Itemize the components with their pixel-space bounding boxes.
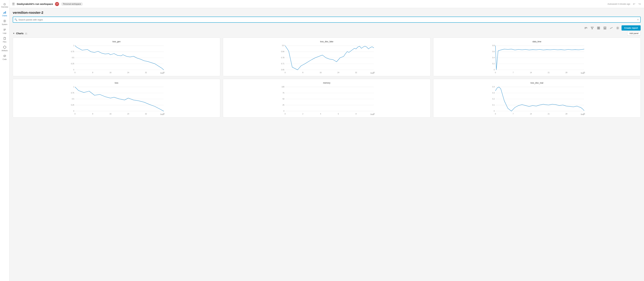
svg-text:0.9: 0.9 bbox=[282, 45, 284, 47]
svg-text:0.25: 0.25 bbox=[71, 104, 74, 106]
autosave-status: Autosaved 4 minutes ago bbox=[608, 3, 630, 5]
svg-text:100: 100 bbox=[282, 86, 284, 88]
svg-text:8: 8 bbox=[356, 113, 357, 115]
header-title: Geekyrakshit's run workspace bbox=[17, 3, 53, 5]
svg-rect-4 bbox=[4, 29, 6, 29]
charts-grid: loss_gen10.750.50.2500816243240Steploss_… bbox=[13, 38, 641, 118]
svg-text:0.78: 0.78 bbox=[281, 57, 284, 59]
svg-text:Step: Step bbox=[580, 72, 584, 74]
chart-title-loss_disc_real: loss_disc_real bbox=[435, 82, 638, 84]
svg-text:0: 0 bbox=[73, 69, 74, 71]
svg-text:0.6: 0.6 bbox=[492, 51, 494, 53]
workspace-label[interactable]: Personal workspace bbox=[61, 2, 83, 6]
svg-text:0.2: 0.2 bbox=[492, 63, 494, 65]
avatar: GR bbox=[55, 2, 59, 6]
search-container: 🔍 ✕ bbox=[13, 17, 641, 23]
svg-rect-19 bbox=[605, 28, 606, 29]
undo-button[interactable]: ↩ bbox=[632, 2, 636, 6]
svg-text:0: 0 bbox=[285, 72, 286, 74]
chart-area-loss_disc_fake[interactable]: 0.90.840.780.710.650816243240Step bbox=[225, 44, 428, 74]
filter-icon[interactable] bbox=[590, 26, 595, 31]
sidebar-label-charts: Charts bbox=[2, 15, 7, 17]
create-report-button[interactable]: Create report bbox=[622, 25, 641, 31]
chart-area-data_time[interactable]: 0.80.60.40.200714212835Step bbox=[435, 44, 638, 74]
svg-text:0.5: 0.5 bbox=[72, 98, 74, 100]
sidebar-label-code: Code bbox=[3, 58, 7, 60]
svg-text:16: 16 bbox=[320, 72, 322, 74]
svg-text:32: 32 bbox=[145, 72, 147, 74]
menu-icon[interactable]: ☰ bbox=[12, 2, 15, 6]
sidebar-label-overview: Overview bbox=[1, 6, 8, 8]
sidebar-item-overview[interactable]: ⊙ Overview bbox=[0, 1, 9, 9]
chart-area-loss_gen[interactable]: 10.750.50.2500816243240Step bbox=[15, 44, 218, 74]
sidebar-item-files[interactable]: Files bbox=[0, 36, 9, 44]
collapse-charts-button[interactable]: ▼ bbox=[13, 32, 15, 35]
svg-text:0: 0 bbox=[74, 72, 76, 74]
sidebar-item-system[interactable]: System bbox=[0, 18, 9, 27]
chart-card-loss_disc_fake: loss_disc_fake0.90.840.780.710.650816243… bbox=[223, 38, 430, 76]
svg-text:0.75: 0.75 bbox=[71, 92, 74, 94]
charts-count: 11 bbox=[25, 32, 27, 35]
svg-point-3 bbox=[4, 21, 5, 22]
svg-text:0.71: 0.71 bbox=[281, 63, 284, 65]
svg-text:0.4: 0.4 bbox=[492, 57, 494, 59]
svg-text:6: 6 bbox=[338, 113, 339, 115]
search-input[interactable] bbox=[13, 17, 641, 23]
svg-rect-5 bbox=[4, 30, 6, 30]
search-clear-icon[interactable]: ✕ bbox=[637, 18, 639, 21]
sidebar-item-charts[interactable]: Charts bbox=[0, 9, 9, 18]
svg-text:Step: Step bbox=[160, 113, 164, 115]
svg-text:1: 1 bbox=[73, 45, 74, 47]
charts-section-header: ▼ Charts 11 Add panel bbox=[13, 31, 641, 36]
svg-text:0: 0 bbox=[495, 72, 496, 74]
layout-icon[interactable] bbox=[602, 26, 608, 31]
svg-text:14: 14 bbox=[530, 113, 532, 115]
run-title: vermilion-rooster-2 bbox=[13, 11, 641, 15]
svg-text:32: 32 bbox=[355, 72, 357, 74]
svg-text:14: 14 bbox=[530, 72, 532, 74]
chart-title-data_time: data_time bbox=[435, 41, 638, 43]
chart-title-loss: loss bbox=[15, 82, 218, 84]
chart-card-loss_disc_real: loss_disc_real0.40.30.20.100714212835Ste… bbox=[433, 79, 641, 118]
svg-text:Step: Step bbox=[160, 72, 164, 74]
svg-text:24: 24 bbox=[127, 113, 129, 115]
artifacts-icon bbox=[3, 46, 6, 49]
svg-text:21: 21 bbox=[548, 72, 550, 74]
svg-text:0.65: 0.65 bbox=[281, 69, 284, 71]
svg-text:0.84: 0.84 bbox=[281, 51, 284, 53]
redo-button[interactable]: ↪ bbox=[638, 2, 641, 6]
sort-icon[interactable] bbox=[583, 26, 588, 31]
svg-text:0: 0 bbox=[494, 69, 495, 71]
svg-text:1: 1 bbox=[73, 86, 74, 88]
svg-point-20 bbox=[617, 28, 618, 28]
sidebar-item-logs[interactable]: Logs bbox=[0, 27, 9, 36]
add-panel-button[interactable]: Add panel bbox=[627, 31, 641, 36]
line-icon[interactable] bbox=[609, 26, 614, 31]
svg-text:8: 8 bbox=[92, 113, 93, 115]
svg-text:0: 0 bbox=[284, 110, 284, 112]
svg-rect-16 bbox=[599, 28, 600, 29]
chart-title-loss_gen: loss_gen bbox=[15, 41, 218, 43]
svg-text:16: 16 bbox=[110, 72, 112, 74]
svg-text:0.4: 0.4 bbox=[492, 86, 494, 88]
svg-text:0: 0 bbox=[73, 110, 74, 112]
svg-text:50: 50 bbox=[282, 98, 284, 100]
charts-section-title: Charts bbox=[16, 32, 24, 35]
files-icon bbox=[3, 37, 6, 41]
svg-rect-15 bbox=[598, 28, 598, 29]
sidebar-item-artifacts[interactable]: Artifacts bbox=[0, 44, 9, 53]
content-area: vermilion-rooster-2 🔍 ✕ bbox=[10, 8, 644, 281]
group-icon[interactable] bbox=[596, 26, 601, 31]
sidebar-item-code[interactable]: Code bbox=[0, 53, 9, 62]
chart-title-loss_disc_fake: loss_disc_fake bbox=[225, 41, 428, 43]
svg-text:16: 16 bbox=[110, 113, 112, 115]
svg-text:0.1: 0.1 bbox=[492, 104, 494, 106]
chart-area-loss_disc_real[interactable]: 0.40.30.20.100714212835Step bbox=[435, 85, 638, 116]
settings-icon[interactable] bbox=[615, 26, 620, 31]
svg-text:28: 28 bbox=[565, 113, 567, 115]
svg-rect-13 bbox=[598, 27, 598, 28]
chart-area-loss[interactable]: 10.750.50.2500816243240Step bbox=[15, 85, 218, 116]
svg-rect-2 bbox=[5, 11, 6, 14]
svg-text:32: 32 bbox=[145, 113, 147, 115]
chart-area-memory[interactable]: 10075502500246810Step bbox=[225, 85, 428, 116]
